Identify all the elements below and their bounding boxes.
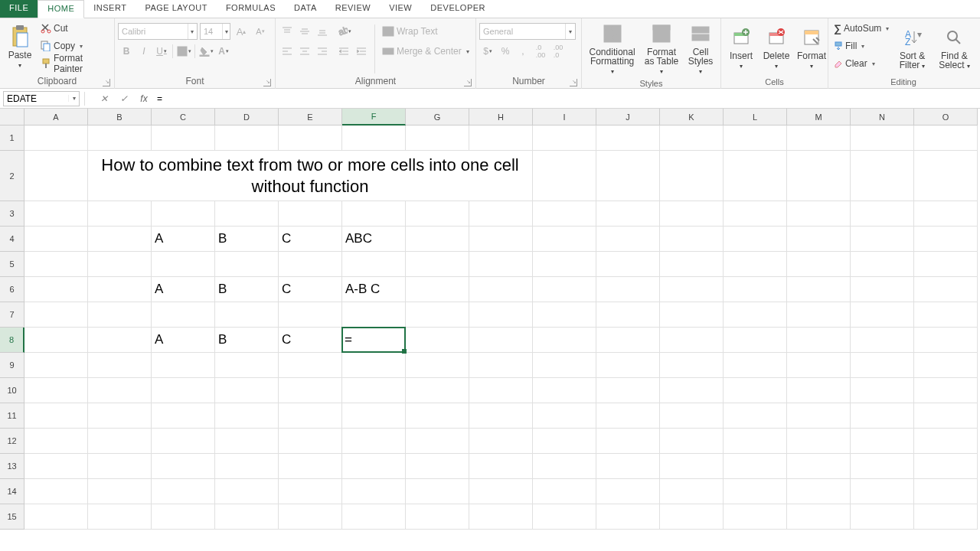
cell-D1[interactable] (215, 126, 279, 151)
col-header-F[interactable]: F (342, 109, 406, 126)
cell-G7[interactable] (406, 302, 469, 328)
cell-F3[interactable] (342, 201, 406, 227)
cell-M14[interactable] (787, 479, 851, 504)
cell-M6[interactable] (787, 277, 851, 302)
cell-F4[interactable]: ABC (342, 227, 406, 252)
increase-decimal-button[interactable]: .0.00 (532, 43, 549, 60)
enter-formula-button[interactable]: ✓ (114, 90, 134, 107)
cell-G12[interactable] (406, 429, 469, 454)
row-header-2[interactable]: 2 (0, 151, 24, 201)
cell-G13[interactable] (406, 454, 469, 479)
cell-O4[interactable] (914, 227, 978, 252)
cell-L6[interactable] (724, 277, 787, 302)
cell-C11[interactable] (152, 403, 215, 429)
cell-L5[interactable] (724, 252, 787, 277)
cell-E10[interactable] (279, 378, 342, 403)
paste-button[interactable]: Paste▾ (3, 20, 37, 75)
cell-K8[interactable] (660, 328, 724, 353)
cell-J14[interactable] (596, 479, 660, 504)
cell-G4[interactable] (406, 227, 469, 252)
cell-A3[interactable] (24, 201, 88, 227)
sort-filter-button[interactable]: AZSort & Filter ▾ (893, 20, 931, 77)
cell-B13[interactable] (88, 454, 152, 479)
decrease-indent-button[interactable] (335, 43, 352, 60)
cell-D9[interactable] (215, 353, 279, 378)
row-header-12[interactable]: 12 (0, 429, 24, 454)
cell-N10[interactable] (851, 378, 914, 403)
cell-K6[interactable] (660, 277, 724, 302)
cell-C12[interactable] (152, 429, 215, 454)
cell-M10[interactable] (787, 378, 851, 403)
cell-F6[interactable]: A-B C (342, 277, 406, 302)
cell-B15[interactable] (88, 504, 152, 530)
cell-H9[interactable] (469, 353, 533, 378)
fill-handle[interactable] (402, 349, 407, 354)
tab-review[interactable]: REVIEW (326, 0, 380, 18)
col-header-C[interactable]: C (152, 109, 215, 126)
cell-D13[interactable] (215, 454, 279, 479)
cell-N15[interactable] (851, 504, 914, 530)
alignment-dialog-launcher[interactable]: ↘ (464, 79, 472, 86)
cell-A7[interactable] (24, 302, 88, 328)
copy-button[interactable]: Copy▾ (38, 37, 111, 54)
cell-J3[interactable] (596, 201, 660, 227)
cell-N8[interactable] (851, 328, 914, 353)
cell-C7[interactable] (152, 302, 215, 328)
cell-F12[interactable] (342, 429, 406, 454)
cell-H14[interactable] (469, 479, 533, 504)
cell-I12[interactable] (533, 429, 596, 454)
cell-O15[interactable] (914, 504, 978, 530)
cell-A4[interactable] (24, 227, 88, 252)
row-header-10[interactable]: 10 (0, 378, 24, 403)
cell-K15[interactable] (660, 504, 724, 530)
cell-B11[interactable] (88, 403, 152, 429)
cell-B10[interactable] (88, 378, 152, 403)
cell-B1[interactable] (88, 126, 152, 151)
orientation-button[interactable]: ab (335, 23, 352, 40)
cell-M3[interactable] (787, 201, 851, 227)
percent-button[interactable]: % (497, 43, 514, 60)
cell-M8[interactable] (787, 328, 851, 353)
cell-D5[interactable] (215, 252, 279, 277)
cell-O3[interactable] (914, 201, 978, 227)
cell-F1[interactable] (342, 126, 406, 151)
cell-D10[interactable] (215, 378, 279, 403)
cell-M15[interactable] (787, 504, 851, 530)
cell-E9[interactable] (279, 353, 342, 378)
cell-E1[interactable] (279, 126, 342, 151)
col-header-I[interactable]: I (533, 109, 596, 126)
cell-O9[interactable] (914, 353, 978, 378)
tab-developer[interactable]: DEVELOPER (421, 0, 495, 18)
cell-G9[interactable] (406, 353, 469, 378)
cell-A15[interactable] (24, 504, 88, 530)
cell-A5[interactable] (24, 252, 88, 277)
cell-N3[interactable] (851, 201, 914, 227)
cell-K13[interactable] (660, 454, 724, 479)
cell-E6[interactable]: C (279, 277, 342, 302)
cell-O7[interactable] (914, 302, 978, 328)
tab-view[interactable]: VIEW (380, 0, 421, 18)
cell-L12[interactable] (724, 429, 787, 454)
cell-A2[interactable] (24, 151, 88, 201)
tab-file[interactable]: FILE (0, 0, 38, 18)
cell-L14[interactable] (724, 479, 787, 504)
cell-E3[interactable] (279, 201, 342, 227)
cell-N6[interactable] (851, 277, 914, 302)
cell-styles-button[interactable]: Cell Styles ▾ (684, 20, 717, 78)
font-dialog-launcher[interactable]: ↘ (263, 79, 271, 86)
cell-L7[interactable] (724, 302, 787, 328)
cell-I9[interactable] (533, 353, 596, 378)
decrease-decimal-button[interactable]: .00.0 (550, 43, 567, 60)
name-box[interactable]: ▾ (3, 91, 80, 106)
cell-N2[interactable] (851, 151, 914, 201)
cell-O8[interactable] (914, 328, 978, 353)
font-name-combo[interactable]: ▾ (118, 23, 198, 40)
cell-H13[interactable] (469, 454, 533, 479)
align-center-button[interactable] (296, 43, 313, 60)
active-cell[interactable] (341, 327, 406, 353)
align-top-button[interactable] (279, 23, 296, 40)
number-format-combo[interactable]: ▾ (479, 23, 576, 40)
cell-K10[interactable] (660, 378, 724, 403)
cell-D12[interactable] (215, 429, 279, 454)
cell-K3[interactable] (660, 201, 724, 227)
